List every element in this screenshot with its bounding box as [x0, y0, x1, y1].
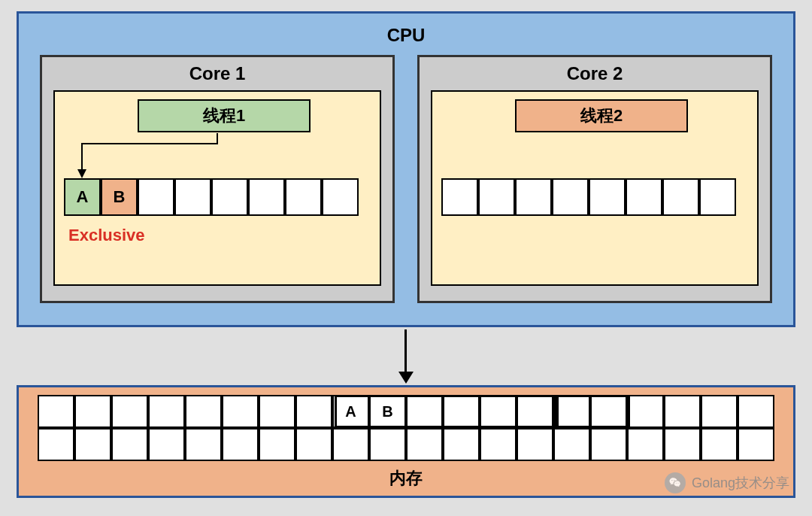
mem-cell-a: A — [332, 395, 369, 428]
cache-cell — [478, 178, 515, 216]
mem-cell — [553, 395, 590, 428]
mem-cell — [295, 395, 332, 428]
mem-cell — [443, 395, 480, 428]
cache-cell — [285, 178, 322, 216]
cache-cell — [515, 178, 552, 216]
mem-cell — [38, 395, 74, 428]
mem-cell — [74, 395, 111, 428]
cache-cell — [699, 178, 736, 216]
cache-cell — [174, 178, 211, 216]
arrow-cpu-to-memory — [404, 329, 407, 373]
mem-cell — [590, 428, 627, 461]
core-2-inner: 线程2 — [431, 90, 759, 286]
cpu-title: CPU — [34, 25, 778, 46]
cache-cell-b: B — [101, 178, 138, 216]
mem-cell — [590, 395, 627, 428]
mem-cell — [480, 395, 517, 428]
mem-cell — [738, 428, 774, 461]
mem-cell — [443, 428, 480, 461]
mem-cell — [627, 395, 664, 428]
cache-cell-a: A — [64, 178, 101, 216]
cache-cell — [552, 178, 589, 216]
core-2-cache-line — [441, 178, 736, 216]
memory-grid: A B — [30, 395, 782, 461]
cache-cell — [211, 178, 248, 216]
cpu-box: CPU Core 1 线程1 A B — [17, 11, 795, 327]
mem-cell — [517, 428, 553, 461]
watermark: Golang技术分享 — [665, 472, 789, 493]
mem-cell — [369, 428, 406, 461]
mem-cell — [480, 428, 517, 461]
cache-cell — [662, 178, 699, 216]
mem-cell — [111, 395, 148, 428]
mesi-state-label: Exclusive — [68, 226, 145, 245]
mem-cell — [185, 428, 222, 461]
mem-cell — [148, 395, 185, 428]
mem-cell — [259, 395, 295, 428]
arrow-cpu-to-memory-head — [398, 372, 414, 384]
mem-cell — [185, 395, 222, 428]
cache-cell — [138, 178, 174, 216]
cache-cell — [589, 178, 626, 216]
core-1-cache-line: A B — [64, 178, 359, 216]
wechat-icon — [665, 472, 686, 493]
mem-cell — [222, 428, 259, 461]
core-2: Core 2 线程2 — [417, 55, 772, 303]
core-1: Core 1 线程1 A B — [40, 55, 395, 303]
memory-row-1: A B — [30, 395, 782, 428]
mem-cell-b: B — [369, 395, 406, 428]
core-1-title: Core 1 — [53, 63, 381, 84]
mem-cell — [74, 428, 111, 461]
arrow-thread-to-cache — [81, 133, 217, 178]
mem-cell — [738, 395, 774, 428]
cache-cell — [626, 178, 662, 216]
thread-1-box: 线程1 — [138, 99, 311, 132]
mem-cell — [332, 428, 369, 461]
mem-cell — [148, 428, 185, 461]
mem-cell — [406, 395, 443, 428]
thread-2-box: 线程2 — [515, 99, 688, 132]
mem-cell — [222, 395, 259, 428]
mem-cell — [111, 428, 148, 461]
mem-cell — [406, 428, 443, 461]
watermark-text: Golang技术分享 — [692, 474, 789, 492]
mem-cell — [295, 428, 332, 461]
cache-cell — [441, 178, 478, 216]
cores-row: Core 1 线程1 A B — [34, 55, 778, 303]
cache-cell — [248, 178, 285, 216]
mem-cell — [701, 395, 738, 428]
cache-cell — [322, 178, 359, 216]
core-2-title: Core 2 — [431, 63, 759, 84]
mem-cell — [627, 428, 664, 461]
mem-cell — [517, 395, 553, 428]
mem-cell — [701, 428, 738, 461]
core-1-inner: 线程1 A B Exclusive — [53, 90, 381, 286]
mem-cell — [664, 395, 701, 428]
mem-cell — [553, 428, 590, 461]
memory-row-2 — [30, 428, 782, 461]
mem-cell — [38, 428, 74, 461]
mem-cell — [664, 428, 701, 461]
mem-cell — [259, 428, 295, 461]
